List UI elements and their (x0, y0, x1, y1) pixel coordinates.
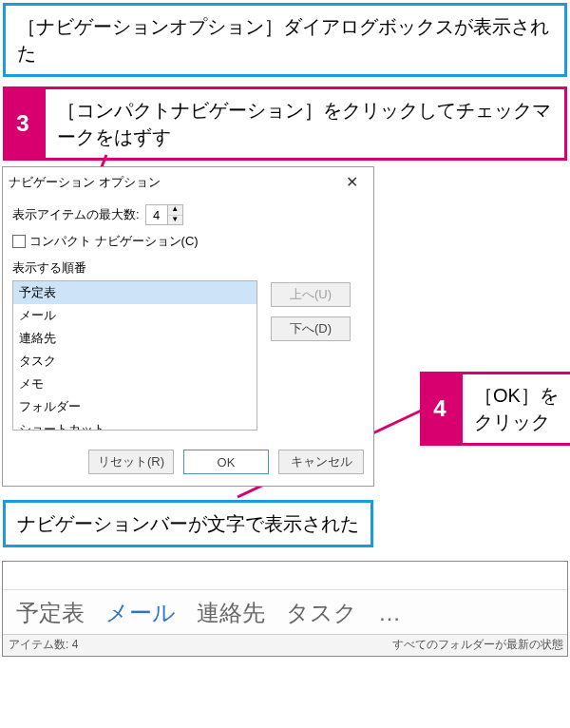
list-item[interactable]: タスク (13, 350, 256, 373)
display-order-listbox[interactable]: 予定表 メール 連絡先 タスク メモ フォルダー ショートカット (12, 280, 257, 431)
compact-nav-label: コンパクト ナビゲーション(C) (29, 233, 199, 250)
list-item[interactable]: メモ (13, 373, 256, 395)
ok-button[interactable]: OK (183, 450, 269, 474)
nav-item-contacts[interactable]: 連絡先 (197, 598, 265, 628)
reset-button[interactable]: リセット(R) (88, 450, 174, 474)
status-sync: すべてのフォルダーが最新の状態 (392, 637, 563, 653)
list-item[interactable]: ショートカット (13, 418, 256, 431)
move-down-button[interactable]: 下へ(D) (271, 316, 351, 341)
cancel-button[interactable]: キャンセル (278, 450, 364, 474)
max-items-spinner[interactable]: ▲ ▼ (145, 204, 183, 225)
step-number-3: 3 (3, 86, 43, 161)
spinner-down-icon[interactable]: ▼ (168, 216, 182, 225)
max-items-input[interactable] (146, 205, 167, 224)
list-item[interactable]: メール (13, 304, 256, 327)
step-number-4: 4 (420, 372, 460, 446)
move-up-button[interactable]: 上へ(U) (271, 282, 351, 307)
outlook-navbar-window: 予定表 メール 連絡先 タスク … アイテム数: 4 すべてのフォルダーが最新の… (2, 561, 568, 657)
window-blank-area (3, 562, 567, 590)
status-item-count: アイテム数: 4 (9, 637, 78, 653)
dialog-titlebar: ナビゲーション オプション ✕ (3, 167, 373, 195)
nav-item-calendar[interactable]: 予定表 (16, 598, 85, 628)
list-item[interactable]: 予定表 (13, 281, 256, 304)
display-order-label: 表示する順番 (12, 259, 364, 277)
nav-item-mail[interactable]: メール (105, 598, 176, 628)
callout-navbar-shown: ナビゲーションバーが文字で表示された (3, 500, 373, 547)
compact-nav-checkbox[interactable] (12, 235, 26, 248)
nav-item-more[interactable]: … (378, 600, 401, 626)
status-bar: アイテム数: 4 すべてのフォルダーが最新の状態 (3, 634, 567, 656)
navigation-options-dialog: ナビゲーション オプション ✕ 表示アイテムの最大数: ▲ ▼ コンパクト ナビ… (2, 166, 374, 487)
spinner-up-icon[interactable]: ▲ (168, 205, 182, 216)
close-icon[interactable]: ✕ (338, 173, 366, 191)
step-3-text: ［コンパクトナビゲーション］をクリックしてチェックマークをはずす (43, 86, 567, 161)
navigation-bar: 予定表 メール 連絡先 タスク … (3, 590, 567, 634)
list-item[interactable]: フォルダー (13, 395, 256, 418)
nav-item-tasks[interactable]: タスク (286, 598, 357, 628)
callout-dialog-shown: ［ナビゲーションオプション］ダイアログボックスが表示された (3, 3, 567, 77)
dialog-title-text: ナビゲーション オプション (9, 174, 161, 191)
step-4-text: ［OK］をクリック (460, 372, 570, 446)
max-items-label: 表示アイテムの最大数: (12, 206, 140, 223)
list-item[interactable]: 連絡先 (13, 327, 256, 350)
